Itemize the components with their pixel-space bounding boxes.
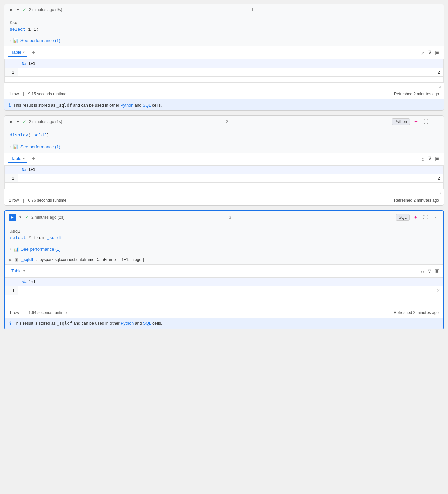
table-tab-label-2: Table [11, 156, 21, 161]
cell-1-table-toolbar: Table ▾ + ⌕ ⊽ ▣ [4, 46, 444, 59]
cell-1-number: 1 [65, 7, 440, 12]
cell-3-header: ▶ ▾ ✓ 2 minutes ago (2s) 3 SQL ✦ ⛶ ⋮ [5, 211, 443, 224]
table-tab-2[interactable]: Table ▾ [8, 155, 27, 163]
filter-icon[interactable]: ⊽ [428, 50, 432, 56]
sqldf-colon: : [36, 257, 37, 262]
resize-handle[interactable]: ⌟ [4, 83, 444, 89]
see-performance-link-2[interactable]: See performance (1) [20, 144, 60, 149]
cell-3-table-footer: 1 row | 1.64 seconds runtime Refreshed 2… [5, 307, 443, 318]
table-row-3: 1 2 [5, 286, 443, 295]
empty-row [5, 77, 444, 83]
cell-2-table-footer: 1 row | 0.76 seconds runtime Refreshed 2… [4, 195, 444, 205]
empty-row-2 [5, 182, 444, 189]
table-tab[interactable]: Table ▾ [8, 48, 27, 57]
code-sql-line: select 1+1; [10, 26, 438, 33]
col-header-2-1plus1: ⇅₃ 1+1 [18, 165, 444, 174]
cell-2-status-icon: ✓ [23, 119, 26, 124]
cell-3-table-toolbar: Table ▾ + ⌕ ⊽ ▣ [5, 265, 443, 278]
see-performance-link[interactable]: See performance (1) [20, 38, 60, 43]
row-count: 1 row [9, 92, 19, 96]
row-number: 1 [5, 68, 18, 77]
bar-chart-icon-3: 📊 [13, 247, 19, 252]
info-icon: ℹ [9, 102, 11, 108]
cell-3-run-button[interactable]: ▶ [9, 214, 16, 221]
cell-2-header: ▶ ▾ ✓ 2 minutes ago (1s) 2 Python ✦ ⛶ ⋮ [4, 116, 444, 128]
cell-1-chevron[interactable]: ▾ [16, 8, 20, 12]
cell-3-time: 2 minutes ago (2s) [31, 215, 64, 220]
col-label-3: 1+1 [29, 280, 35, 284]
sparkle-button-3[interactable]: ✦ [412, 214, 419, 221]
resize-icon: ⌟ [439, 84, 441, 88]
cell-3-chevron[interactable]: ▾ [19, 215, 22, 219]
col-header-3-1plus1: ⇅₃ 1+1 [18, 278, 443, 286]
info-text-3: This result is stored as _sqldf and can … [14, 321, 162, 326]
footer-divider-3: | [23, 310, 24, 315]
more-button[interactable]: ⋮ [432, 118, 440, 125]
cell-1-info-bar: ℹ This result is stored as _sqldf and ca… [4, 99, 444, 110]
expand-button-3[interactable]: ⛶ [422, 214, 429, 221]
layout-icon-2[interactable]: ▣ [435, 156, 440, 162]
see-perf-chevron[interactable]: › [10, 39, 11, 43]
cell-2-see-performance: › 📊 See performance (1) [4, 143, 444, 153]
search-icon[interactable]: ⌕ [421, 50, 424, 55]
code-fn-line: display(_sqldf) [10, 132, 438, 139]
cell-3-info-bar: ℹ This result is stored as _sqldf and ca… [5, 318, 443, 329]
add-tab-button-3[interactable]: + [30, 267, 37, 275]
footer-divider: | [23, 92, 24, 96]
table-tab-label: Table [11, 50, 21, 55]
expand-button[interactable]: ⛶ [422, 118, 430, 125]
runtime: 9.15 seconds runtime [28, 92, 66, 96]
python-link-3[interactable]: Python [121, 321, 134, 326]
sqldf-code-3: _sqldf [57, 321, 72, 326]
cell-value-2: 2 [18, 174, 444, 182]
cell-2-run-button[interactable]: ▶ [8, 119, 14, 124]
col-label-2: 1+1 [28, 167, 35, 172]
footer-divider-2: | [23, 198, 24, 203]
see-performance-link-3[interactable]: See performance (1) [21, 247, 61, 252]
sql-link[interactable]: SQL [143, 103, 151, 108]
info-text: This result is stored as _sqldf and can … [13, 102, 162, 108]
cell-2-number: 2 [65, 119, 389, 124]
sparkle-button[interactable]: ✦ [413, 118, 419, 125]
sql-link-3[interactable]: SQL [143, 321, 151, 326]
sort-icon-3: ⇅₃ [22, 280, 26, 284]
table-toolbar-right-2: ⌕ ⊽ ▣ [421, 156, 440, 162]
sqldf-code: _sqldf [57, 102, 72, 108]
table-row: 1 2 [5, 68, 444, 77]
cell-3-number: 3 [67, 215, 393, 220]
table-toolbar-right-3: ⌕ ⊽ ▣ [421, 268, 439, 274]
see-perf-chevron-3[interactable]: › [10, 247, 11, 251]
add-tab-button-2[interactable]: + [30, 155, 37, 162]
sqldf-chevron[interactable]: ▶ [9, 258, 12, 262]
search-icon-3[interactable]: ⌕ [421, 268, 424, 274]
layout-icon[interactable]: ▣ [435, 50, 440, 56]
filter-icon-2[interactable]: ⊽ [428, 156, 432, 162]
resize-handle-3[interactable]: ⌟ [5, 301, 443, 307]
table-tab-3[interactable]: Table ▾ [9, 267, 28, 275]
sort-icon: ⇅₃ [21, 61, 26, 66]
bar-chart-icon: 📊 [13, 38, 18, 43]
tab-chevron-icon: ▾ [23, 50, 25, 54]
cell-value-3: 2 [18, 286, 443, 295]
see-perf-chevron-2[interactable]: › [10, 145, 11, 149]
resize-handle-2[interactable]: ⌟ [4, 189, 444, 195]
footer-left-2: 1 row | 0.76 seconds runtime [9, 198, 66, 203]
resize-icon-2: ⌟ [439, 190, 441, 195]
layout-icon-3[interactable]: ▣ [435, 268, 439, 274]
cell-1-run-button[interactable]: ▶ [8, 7, 14, 12]
cell-1: ▶ ▾ ✓ 2 minutes ago (9s) 1 %sql select 1… [4, 4, 444, 111]
cell-2-time: 2 minutes ago (1s) [29, 119, 62, 124]
add-tab-button[interactable]: + [30, 49, 37, 56]
code-sql-line-3: select * from _sqldf [10, 235, 438, 241]
python-link[interactable]: Python [120, 103, 133, 108]
col-label: 1+1 [28, 61, 35, 66]
cell-2-chevron[interactable]: ▾ [16, 120, 20, 124]
row-count-3: 1 row [9, 310, 19, 315]
filter-icon-3[interactable]: ⊽ [428, 268, 431, 274]
more-button-3[interactable]: ⋮ [432, 214, 439, 221]
code-magic-line-3: %sql [10, 228, 438, 235]
cell-2-code: display(_sqldf) [4, 128, 444, 143]
cell-value: 2 [18, 68, 444, 77]
sort-icon-2: ⇅₃ [21, 168, 26, 172]
search-icon-2[interactable]: ⌕ [421, 156, 424, 162]
